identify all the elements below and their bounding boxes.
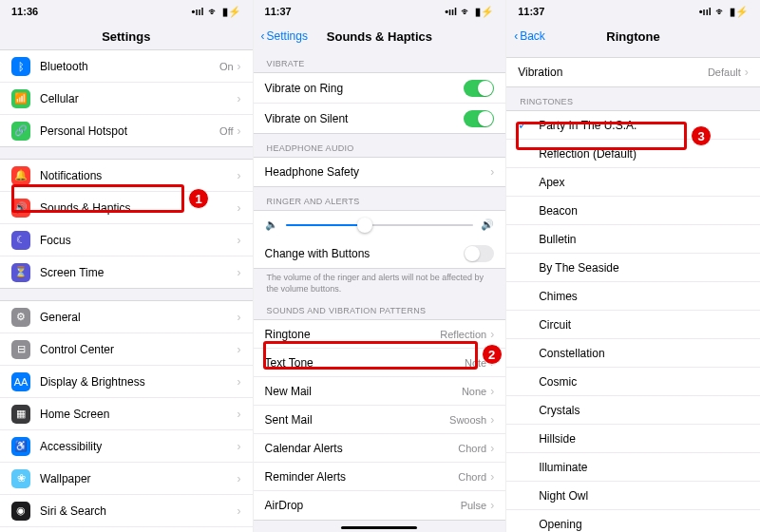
chevron-right-icon: › [490,442,494,455]
access-icon: ♿ [11,437,30,456]
nav-bar: ‹ Settings Sounds & Haptics [254,23,506,49]
nav-bar: Settings [0,23,253,49]
signal-icon: •ııl [445,6,457,17]
ringtone-row[interactable]: ✓Party In The U.S.A. [506,111,760,140]
ringtone-row[interactable]: Chimes [506,282,760,311]
ringtone-label: Hillside [539,432,749,446]
ringtone-label: Illuminate [539,461,749,474]
ringtone-label: Night Owl [539,489,749,503]
ringtone-row[interactable]: Cosmic [506,368,760,396]
ringtone-row[interactable]: Hillside [506,425,760,453]
ringtone-row[interactable]: Constellation [506,339,760,368]
screen-sounds-haptics: 11:37 •ııl ᯤ ▮⚡ ‹ Settings Sounds & Hapt… [254,0,507,532]
settings-row[interactable]: ◉Siri & Search› [0,495,253,527]
chevron-right-icon: › [238,124,241,138]
row-vibration[interactable]: Vibration Default › [506,58,760,86]
row-label: New Mail [265,385,462,398]
settings-row[interactable]: ⏳Screen Time› [0,256,253,288]
notif-icon: 🔔 [11,166,30,185]
settings-row[interactable]: New MailNone› [254,377,506,406]
ringtone-label: Circuit [539,318,749,332]
row-detail: On [219,61,234,72]
home-indicator [341,526,417,529]
ringtone-row[interactable]: Bulletin [506,225,760,254]
ringtone-row[interactable]: Opening [506,510,760,532]
settings-row[interactable]: 🔗Personal HotspotOff› [0,115,253,146]
row-detail: Default [708,66,741,78]
volume-slider[interactable] [286,224,474,226]
ringtone-row[interactable]: Circuit [506,311,760,339]
chevron-left-icon: ‹ [514,29,518,43]
chevron-right-icon: › [238,92,241,105]
hotspot-icon: 🔗 [11,122,30,141]
toggle-switch[interactable] [464,80,494,97]
settings-row[interactable]: 📶Cellular› [0,83,253,115]
settings-row[interactable]: Reminder AlertsChord› [254,463,506,491]
ringtone-label: Constellation [539,347,749,360]
row-label: Display & Brightness [40,375,238,389]
cellular-icon: 📶 [11,89,30,108]
page-title: Sounds & Haptics [327,29,432,44]
screentime-icon: ⏳ [11,263,30,282]
settings-row[interactable]: ☺Face ID & Passcode› [0,527,253,532]
row-label: Control Center [40,343,238,356]
row-label: Personal Hotspot [40,124,219,138]
row-label: Text Tone [265,356,465,370]
settings-row[interactable]: AADisplay & Brightness› [0,366,253,398]
status-bar: 11:37 •ııl ᯤ ▮⚡ [506,0,760,23]
back-label: Settings [267,29,308,43]
back-label: Back [520,29,545,43]
chevron-right-icon: › [490,470,494,484]
ringtone-label: Cosmic [539,375,749,389]
row-label: Vibrate on Ring [265,82,465,95]
ringtone-row[interactable]: Apex [506,168,760,197]
settings-row[interactable]: ᛒBluetoothOn› [0,50,253,83]
group-general: ⚙General›⊟Control Center›AADisplay & Bri… [0,300,253,532]
row-label: Reminder Alerts [265,470,459,484]
toggle-row[interactable]: Vibrate on Silent [254,104,506,133]
settings-row[interactable]: RingtoneReflection› [254,320,506,349]
settings-row[interactable]: ❀Wallpaper› [0,463,253,495]
status-bar: 11:36 •ııl ᯤ ▮⚡ [0,0,253,23]
settings-row[interactable]: 🔔Notifications› [0,160,253,192]
general-icon: ⚙ [11,308,30,327]
ringtone-label: By The Seaside [539,261,749,275]
settings-row[interactable]: AirDropPulse› [254,491,506,520]
ringtone-row[interactable]: Illuminate [506,453,760,482]
ringtone-row[interactable]: Reflection (Default) [506,140,760,168]
ringtone-row[interactable]: Night Owl [506,482,760,510]
row-headphone-safety[interactable]: Headphone Safety › [254,158,506,186]
row-label: Ringtone [265,328,441,341]
toggle-change-buttons[interactable] [464,245,494,262]
settings-row[interactable]: Text ToneNote› [254,349,506,377]
ringtone-row[interactable]: Beacon [506,197,760,225]
chevron-right-icon: › [238,375,241,389]
chevron-right-icon: › [490,328,494,341]
settings-row[interactable]: ♿Accessibility› [0,430,253,463]
settings-row[interactable]: ⚙General› [0,301,253,333]
annotation-badge-1: 1 [188,188,209,209]
back-button[interactable]: ‹ Back [514,29,545,43]
status-indicators: •ııl ᯤ ▮⚡ [445,6,494,18]
chevron-right-icon: › [238,266,241,279]
settings-row[interactable]: 🔊Sounds & Haptics› [0,192,253,224]
section-header-vibrate: VIBRATE [254,49,506,72]
ringtone-label: Opening [539,518,749,531]
settings-row[interactable]: Calendar AlertsChord› [254,434,506,463]
chevron-right-icon: › [238,311,241,324]
settings-row[interactable]: ☾Focus› [0,224,253,256]
ringtone-row[interactable]: Crystals [506,396,760,425]
settings-row[interactable]: ▦Home Screen› [0,398,253,430]
row-change-with-buttons[interactable]: Change with Buttons [254,238,506,268]
back-button[interactable]: ‹ Settings [261,29,308,43]
section-header-patterns: SOUNDS AND VIBRATION PATTERNS [254,296,506,319]
chevron-right-icon: › [238,408,241,421]
settings-row[interactable]: Sent MailSwoosh› [254,406,506,434]
settings-row[interactable]: ⊟Control Center› [0,333,253,366]
ringtone-row[interactable]: By The Seaside [506,254,760,282]
row-label: Change with Buttons [265,247,465,260]
toggle-row[interactable]: Vibrate on Ring [254,73,506,104]
chevron-left-icon: ‹ [261,29,265,43]
toggle-switch[interactable] [464,110,494,127]
row-label: Notifications [40,169,238,182]
